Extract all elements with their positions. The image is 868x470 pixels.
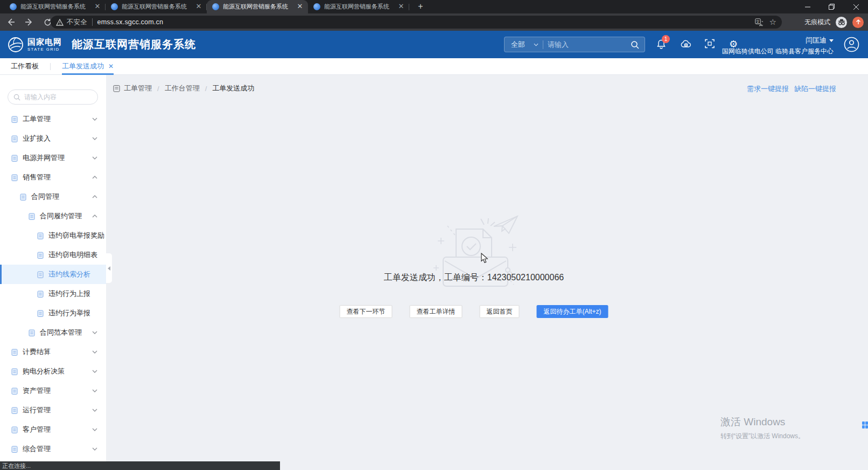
security-label[interactable]: 不安全 [67,18,87,27]
breadcrumb: 工单管理/工作台管理/工单发送成功 [113,84,254,93]
minimize-button[interactable] [795,0,820,13]
notification-bell-icon[interactable]: 1 [656,39,667,49]
caret-down-icon [829,39,834,42]
back-home-button[interactable]: 返回首页 [479,305,519,318]
sidebar-item-label: 业扩接入 [23,134,51,143]
sidebar-item-label: 违约行为上报 [48,289,90,299]
tab-divider [50,63,51,70]
tab-close-icon[interactable]: ✕ [108,63,114,70]
address-bar[interactable]: 不安全 emss.sx.sgcc.com.cn 文 ☆ [51,16,782,29]
document-icon [11,406,18,414]
sidebar-search[interactable] [8,89,98,105]
sidebar-collapse-handle[interactable] [106,253,112,283]
chevron-icon [92,370,97,373]
sidebar-item-label: 违约窃电举报奖励 [48,231,104,240]
breadcrumb-item[interactable]: 工单管理 [124,84,152,93]
document-icon [11,174,18,182]
sidebar: 工单管理 业扩接入 电源并网管理 销售管理 合同管理 合同履约管理 违约窃电举报… [0,75,106,470]
cloud-service-icon[interactable] [681,39,691,49]
browser-update-button[interactable] [852,17,864,28]
forward-button[interactable] [24,17,34,27]
user-info[interactable]: 闫匡迪 国网临猗供电公司 临猗县客户服务中心 [722,35,834,56]
bookmark-star-icon[interactable]: ☆ [769,18,776,26]
not-secure-warning-icon [56,19,64,26]
tab-close-icon[interactable]: ✕ [397,3,405,11]
document-icon [28,212,36,220]
state-grid-logo-icon [8,37,24,53]
tab-workboard[interactable]: 工作看板 [11,58,39,75]
sidebar-item[interactable]: 计费结算 [0,342,106,362]
restore-button[interactable] [820,0,844,13]
sidebar-item[interactable]: 业扩接入 [0,129,106,148]
sidebar-item[interactable]: 资产管理 [0,381,106,400]
sidebar-item[interactable]: 销售管理 [0,168,106,187]
sidebar-item-label: 违约窃电明细表 [48,250,97,260]
tab-close-icon[interactable]: ✕ [93,3,102,11]
tab-favicon-icon [10,3,17,10]
chevron-icon [92,176,97,179]
app-tabbar: 工作看板 工单发送成功 ✕ [0,58,868,75]
document-icon [37,251,44,259]
window-controls [795,0,868,13]
sidebar-item-label: 合同范本管理 [40,328,82,337]
floating-widget-grid-icon[interactable] [862,421,868,428]
document-icon [28,329,36,337]
document-icon [11,115,18,123]
sidebar-item[interactable]: 违约窃电举报奖励 [0,226,106,245]
sidebar-item-label: 计费结算 [23,347,51,357]
sidebar-item[interactable]: 违约行为上报 [0,284,106,303]
sidebar-item[interactable]: 违约线索分析 [0,265,106,284]
avatar[interactable] [844,37,859,52]
document-icon [11,348,18,356]
new-tab-button[interactable]: + [414,1,428,12]
sidebar-item[interactable]: 购电分析决策 [0,362,106,381]
tab-close-icon[interactable]: ✕ [296,3,304,11]
sidebar-menu: 工单管理 业扩接入 电源并网管理 销售管理 合同管理 合同履约管理 违约窃电举报… [0,109,106,459]
tab-order-sent-success[interactable]: 工单发送成功 ✕ [62,58,114,75]
sidebar-item[interactable]: 合同管理 [0,187,106,206]
fullscreen-scan-icon[interactable] [705,39,715,49]
sidebar-item[interactable]: 电源并网管理 [0,148,106,168]
tab-favicon-icon [313,3,320,10]
global-search-input[interactable] [543,40,607,49]
address-divider [92,18,93,26]
incognito-icon[interactable] [836,17,847,28]
chevron-down-icon [534,43,538,46]
view-order-detail-button[interactable]: 查看工单详情 [409,305,462,318]
sidebar-item[interactable]: 综合管理 [0,439,106,459]
sidebar-item-label: 销售管理 [23,172,51,182]
search-scope-select[interactable]: 全部 [505,40,543,50]
translate-icon[interactable]: 文 [755,18,763,26]
app-root: 国家电网 STATE GRID 能源互联网营销服务系统 全部 1 ⚙ 闫匡迪 [0,31,868,470]
breadcrumb-item[interactable]: 工作台管理 [165,84,200,93]
tab-close-icon[interactable]: ✕ [194,3,203,11]
sidebar-item[interactable]: 合同范本管理 [0,323,106,342]
document-icon [11,445,18,453]
sidebar-search-input[interactable] [24,93,89,101]
chevron-icon [92,350,97,354]
breadcrumb-doc-icon [113,85,120,92]
sidebar-item[interactable]: 客户管理 [0,420,106,439]
url-text[interactable]: emss.sx.sgcc.com.cn [97,18,164,26]
collapse-arrow-icon [108,266,110,271]
view-next-step-button[interactable]: 查看下一环节 [339,305,392,318]
back-button[interactable] [5,17,16,27]
sidebar-item[interactable]: 违约行为举报 [0,303,106,323]
browser-tab[interactable]: 能源互联网营销服务系统 ✕ [207,0,308,13]
browser-tab[interactable]: 能源互联网营销服务系统 ✕ [308,0,409,13]
sidebar-item[interactable]: 违约窃电明细表 [0,245,106,265]
sidebar-item[interactable]: 工单管理 [0,109,106,129]
search-icon[interactable] [631,40,645,49]
tab-favicon-icon [212,3,219,10]
sidebar-item[interactable]: 运行管理 [0,400,106,420]
quick-link[interactable]: 需求一键提报 [747,84,789,94]
document-icon [11,387,18,395]
back-todo-button[interactable]: 返回待办工单(Alt+z) [536,305,608,318]
sidebar-item[interactable]: 合同履约管理 [0,206,106,226]
browser-tab-title: 能源互联网营销服务系统 [122,3,191,11]
browser-tab[interactable]: 能源互联网营销服务系统 ✕ [106,0,207,13]
quick-link[interactable]: 缺陷一键提报 [794,84,836,94]
close-window-button[interactable] [844,0,868,13]
notification-badge: 1 [662,35,670,43]
browser-tab[interactable]: 能源互联网营销服务系统 ✕ [4,0,106,13]
